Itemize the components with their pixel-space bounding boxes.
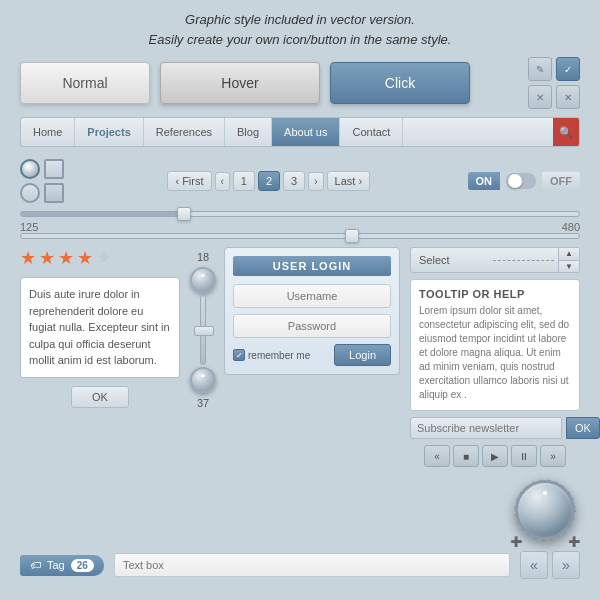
select-arrow-up[interactable]: ▲ xyxy=(559,248,579,261)
slider1-track[interactable] xyxy=(20,211,580,217)
slider1-thumb[interactable] xyxy=(177,207,191,221)
radio-off-icon[interactable] xyxy=(20,183,40,203)
v-slider-top-knob[interactable] xyxy=(190,267,216,293)
slider2-value: 480 xyxy=(562,221,580,233)
login-title: USER LOGIN xyxy=(233,256,391,276)
toggle-on-label[interactable]: ON xyxy=(468,172,501,190)
normal-button[interactable]: Normal xyxy=(20,62,150,104)
right-panel: Select ▲ ▼ TOOLTIP OR HELP Lorem ipsum d… xyxy=(410,247,580,545)
ok-button[interactable]: OK xyxy=(71,386,129,408)
subscribe-input[interactable] xyxy=(410,417,562,439)
bottom-prev-button[interactable]: « xyxy=(520,551,548,579)
click-button[interactable]: Click xyxy=(330,62,470,104)
password-input[interactable] xyxy=(233,314,391,338)
login-bottom: ✓ remember me Login xyxy=(233,344,391,366)
sliders-section: 125 480 xyxy=(0,211,600,239)
select-dashes xyxy=(493,260,555,261)
subscribe-button[interactable]: OK xyxy=(566,417,600,439)
v-slider-bottom-value: 37 xyxy=(197,397,209,409)
tag-icon: 🏷 xyxy=(30,559,41,571)
cross-icon-button[interactable]: ✕ xyxy=(556,85,580,109)
media-prev-prev[interactable]: « xyxy=(424,445,450,467)
star-5-empty[interactable]: ★ xyxy=(96,247,112,269)
knob-wrapper: ➕ ➕ xyxy=(510,475,580,545)
hover-button[interactable]: Hover xyxy=(160,62,320,104)
nav-search-input[interactable] xyxy=(463,126,553,138)
radio-checkbox-icons xyxy=(20,159,70,203)
media-play[interactable]: ▶ xyxy=(482,445,508,467)
icon-buttons-group: ✎ ✓ ✕ ✕ xyxy=(528,57,580,109)
media-pause[interactable]: ⏸ xyxy=(511,445,537,467)
pagination-next[interactable]: › xyxy=(308,172,323,191)
pagination-page-2[interactable]: 2 xyxy=(258,171,280,191)
description-text: Duis aute irure dolor in reprehenderit d… xyxy=(29,288,170,366)
login-button[interactable]: Login xyxy=(334,344,391,366)
check-icon-button[interactable]: ✓ xyxy=(556,57,580,81)
slider2-track[interactable] xyxy=(20,233,580,239)
toggle-track[interactable] xyxy=(506,173,536,189)
slider2-thumb[interactable] xyxy=(345,229,359,243)
subscribe-row: OK xyxy=(410,417,580,439)
toggle-thumb xyxy=(508,174,522,188)
vertical-slider-section: 18 37 xyxy=(190,247,216,409)
knob-decrease-icon[interactable]: ➕ xyxy=(510,536,522,547)
v-slider-bottom-knob[interactable] xyxy=(190,367,216,393)
media-stop[interactable]: ■ xyxy=(453,445,479,467)
bottom-row: 🏷 Tag 26 « » xyxy=(0,545,600,585)
star-4-half[interactable]: ★ xyxy=(77,247,93,269)
v-slider-track[interactable] xyxy=(200,295,206,365)
login-box: USER LOGIN ✓ remember me Login xyxy=(224,247,400,375)
slider1-value: 125 xyxy=(20,221,38,233)
nav-item-aboutus[interactable]: About us xyxy=(272,118,340,146)
tag-badge[interactable]: 🏷 Tag 26 xyxy=(20,555,104,576)
select-arrows: ▲ ▼ xyxy=(558,248,579,272)
pagination-prev[interactable]: ‹ xyxy=(215,172,230,191)
media-player-buttons: « ■ ▶ ⏸ » xyxy=(410,445,580,467)
pencil-icon-button[interactable]: ✎ xyxy=(528,57,552,81)
header-line1: Graphic style included in vector version… xyxy=(20,10,580,30)
nav-bar: Home Projects References Blog About us C… xyxy=(20,117,580,147)
nav-item-references[interactable]: References xyxy=(144,118,225,146)
pagination-last[interactable]: Last › xyxy=(327,171,371,191)
toggle-off-label[interactable]: OFF xyxy=(542,172,580,190)
checkbox-checked-icon[interactable] xyxy=(44,183,64,203)
knob-dot xyxy=(543,491,547,495)
radio-on-icon[interactable] xyxy=(20,159,40,179)
v-slider-handle[interactable] xyxy=(194,326,214,336)
pagination: ‹ First ‹ 1 2 3 › Last › xyxy=(80,171,458,191)
tag-label: Tag xyxy=(47,559,65,571)
pagination-first[interactable]: ‹ First xyxy=(167,171,211,191)
nav-search-button[interactable]: 🔍 xyxy=(553,118,579,146)
media-next-next[interactable]: » xyxy=(540,445,566,467)
mid-panel: 18 37 USER LOGIN xyxy=(190,247,400,545)
wrench-icon-button[interactable]: ✕ xyxy=(528,85,552,109)
nav-item-blog[interactable]: Blog xyxy=(225,118,272,146)
bottom-next-button[interactable]: » xyxy=(552,551,580,579)
bottom-nav-arrows: « » xyxy=(520,551,580,579)
remember-me-label: remember me xyxy=(248,350,310,361)
select-arrow-down[interactable]: ▼ xyxy=(559,261,579,273)
tooltip-title: TOOLTIP OR HELP xyxy=(419,288,571,300)
pagination-page-3[interactable]: 3 xyxy=(283,171,305,191)
toggle-section: ON OFF xyxy=(468,172,581,190)
pagination-page-1[interactable]: 1 xyxy=(233,171,255,191)
left-panel: ★ ★ ★ ★ ★ Duis aute irure dolor in repre… xyxy=(20,247,180,545)
header-line2: Easily create your own icon/button in th… xyxy=(20,30,580,50)
volume-knob[interactable] xyxy=(515,480,575,540)
nav-item-contact[interactable]: Contact xyxy=(340,118,403,146)
nav-search: 🔍 xyxy=(463,118,579,146)
username-input[interactable] xyxy=(233,284,391,308)
select-box[interactable]: Select ▲ ▼ xyxy=(410,247,580,273)
knob-increase-icon[interactable]: ➕ xyxy=(568,536,580,547)
star-1[interactable]: ★ xyxy=(20,247,36,269)
nav-item-projects[interactable]: Projects xyxy=(75,118,143,146)
star-3[interactable]: ★ xyxy=(58,247,74,269)
nav-item-home[interactable]: Home xyxy=(21,118,75,146)
checkbox-unchecked-icon[interactable] xyxy=(44,159,64,179)
text-input[interactable] xyxy=(114,553,510,577)
tooltip-box: TOOLTIP OR HELP Lorem ipsum dolor sit am… xyxy=(410,279,580,411)
tooltip-text: Lorem ipsum dolor sit amet, consectetur … xyxy=(419,304,571,402)
star-2[interactable]: ★ xyxy=(39,247,55,269)
remember-me-checkbox[interactable]: ✓ xyxy=(233,349,245,361)
main-content: ★ ★ ★ ★ ★ Duis aute irure dolor in repre… xyxy=(0,247,600,545)
